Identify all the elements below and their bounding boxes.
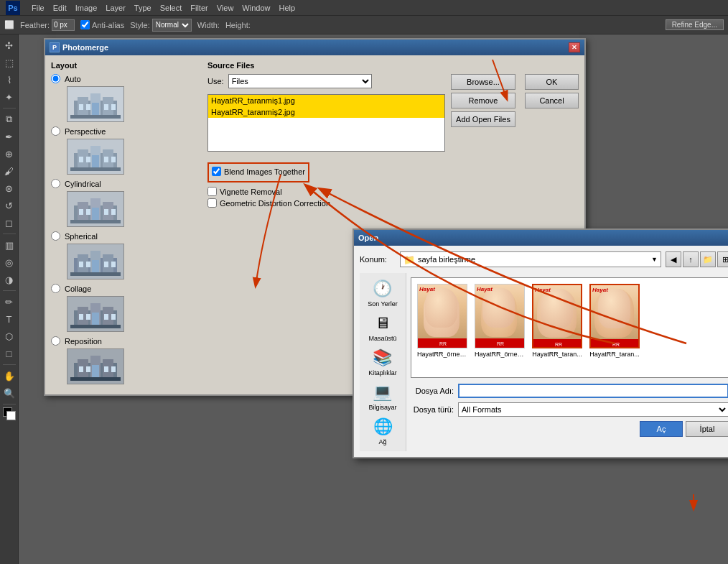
remove-button[interactable]: Remove bbox=[451, 93, 515, 108]
layout-perspective-option[interactable]: Perspective bbox=[51, 126, 202, 136]
location-value: sayfa birleştirme bbox=[418, 255, 475, 264]
open-dialog: Open Konum: 📁 sayfa birleştirme ▼ ◀ ↑ 📁 … bbox=[353, 228, 728, 458]
menu-type[interactable]: Type bbox=[134, 4, 151, 12]
crop-tool[interactable]: ⧉ bbox=[1, 111, 17, 127]
geometric-row[interactable]: Geometric Distortion Correction bbox=[207, 198, 445, 208]
masaustu-icon: 🖥 bbox=[371, 313, 394, 333]
mag-bottom-text-3: RR bbox=[555, 342, 562, 347]
file-thumb-img-2: Hayat RR bbox=[475, 284, 525, 348]
layout-perspective-radio[interactable] bbox=[51, 126, 60, 136]
path-tool[interactable]: ⬡ bbox=[1, 328, 17, 344]
antialias-checkbox[interactable]: Anti-alias bbox=[80, 20, 124, 29]
menu-image[interactable]: Image bbox=[75, 4, 98, 12]
sidebar-kitapliklar[interactable]: 📚 Kitaplıklar bbox=[368, 348, 397, 376]
nav-back-button[interactable]: ◀ bbox=[666, 251, 681, 267]
location-combo[interactable]: 📁 sayfa birleştirme ▼ bbox=[400, 251, 661, 267]
file-thumb-3[interactable]: Hayat RR HayatRR_taran... bbox=[532, 284, 582, 371]
marquee-tool[interactable]: ⬚ bbox=[1, 55, 17, 70]
nav-up-button[interactable]: ↑ bbox=[683, 251, 699, 267]
file-thumb-2[interactable]: Hayat RR HayatRR_örnekB.... bbox=[475, 284, 525, 371]
files-list[interactable]: HayatRR_taranmiş1.jpg HayatRR_taranmiş2.… bbox=[207, 94, 445, 152]
blend-checkbox[interactable] bbox=[212, 167, 221, 176]
use-select[interactable]: Files bbox=[228, 74, 372, 88]
ac-button[interactable]: Aç bbox=[640, 421, 683, 437]
magazine-cover-4: Hayat RR bbox=[591, 285, 640, 348]
move-tool[interactable]: ✣ bbox=[1, 37, 17, 53]
dosya-turu-select[interactable]: All Formats bbox=[458, 402, 728, 417]
color-swatch[interactable] bbox=[3, 407, 16, 420]
spherical-building-svg bbox=[70, 247, 121, 276]
layout-collage-option[interactable]: Collage bbox=[51, 284, 202, 293]
menu-help[interactable]: Help bbox=[279, 4, 295, 12]
shape-tool[interactable]: □ bbox=[1, 346, 17, 361]
layout-reposition-radio[interactable] bbox=[51, 336, 60, 346]
type-tool[interactable]: T bbox=[1, 311, 17, 327]
eraser-tool[interactable]: ◻ bbox=[1, 215, 17, 231]
location-dropdown-icon[interactable]: ▼ bbox=[651, 256, 658, 263]
file-label-4: HayatRR_taran... bbox=[589, 351, 640, 358]
menu-edit[interactable]: Edit bbox=[53, 4, 67, 12]
open-dialog-titlebar: Open bbox=[354, 230, 728, 246]
dodge-tool[interactable]: ◑ bbox=[1, 272, 17, 287]
sidebar-son-yerler[interactable]: 🕐 Son Yerler bbox=[368, 279, 398, 308]
layout-reposition-option[interactable]: Reposition bbox=[51, 336, 202, 346]
layout-collage-radio[interactable] bbox=[51, 284, 60, 293]
brush-tool[interactable]: 🖌 bbox=[1, 163, 17, 179]
history-tool[interactable]: ↺ bbox=[1, 198, 17, 213]
geometric-checkbox[interactable] bbox=[207, 198, 217, 208]
browse-button[interactable]: Browse... bbox=[451, 74, 515, 90]
sidebar-bilgisayar[interactable]: 💻 Bilgisayar bbox=[368, 382, 396, 411]
file-thumb-1[interactable]: Hayat RR HayatRR_örnekA.... bbox=[417, 284, 467, 371]
blur-tool[interactable]: ◎ bbox=[1, 254, 17, 270]
file-item-1[interactable]: HayatRR_taranmiş1.jpg bbox=[208, 95, 444, 106]
menu-file[interactable]: File bbox=[32, 4, 45, 12]
healing-tool[interactable]: ⊕ bbox=[1, 146, 17, 162]
svg-rect-44 bbox=[79, 314, 83, 320]
sidebar-masaustu[interactable]: 🖥 Masaüstü bbox=[368, 313, 396, 342]
lasso-tool[interactable]: ⌇ bbox=[1, 72, 17, 88]
bilgisayar-label: Bilgisayar bbox=[368, 404, 396, 411]
new-folder-button[interactable]: 📁 bbox=[700, 251, 716, 267]
layout-spherical-option[interactable]: Spherical bbox=[51, 231, 202, 241]
zoom-tool[interactable]: 🔍 bbox=[1, 385, 17, 401]
svg-rect-54 bbox=[79, 366, 83, 372]
pen-tool[interactable]: ✏ bbox=[1, 294, 17, 310]
ok-button[interactable]: OK bbox=[525, 74, 579, 90]
magic-wand-tool[interactable]: ✦ bbox=[1, 89, 17, 105]
layout-cylindrical-option[interactable]: Cylindrical bbox=[51, 179, 202, 188]
refine-edge-button[interactable]: Refine Edge... bbox=[666, 19, 724, 30]
menu-window[interactable]: Window bbox=[242, 4, 270, 12]
style-select[interactable]: Normal bbox=[152, 19, 192, 32]
gradient-tool[interactable]: ▥ bbox=[1, 237, 17, 253]
background-color[interactable] bbox=[6, 411, 16, 420]
menu-layer[interactable]: Layer bbox=[106, 4, 126, 12]
ok-cancel-section: OK Cancel bbox=[525, 74, 579, 210]
location-row: Konum: 📁 sayfa birleştirme ▼ ◀ ↑ 📁 ⊞ bbox=[360, 251, 728, 267]
clone-tool[interactable]: ⊛ bbox=[1, 180, 17, 196]
hand-tool[interactable]: ✋ bbox=[1, 368, 17, 384]
blend-row[interactable]: Blend Images Together bbox=[212, 167, 305, 176]
menu-view[interactable]: View bbox=[217, 4, 234, 12]
dosya-adi-input[interactable] bbox=[458, 384, 728, 398]
cancel-button[interactable]: Cancel bbox=[525, 93, 579, 108]
file-thumb-4[interactable]: Hayat RR HayatRR_taran... bbox=[589, 284, 640, 371]
layout-panel: Layout Auto bbox=[51, 61, 202, 389]
photomerge-close-button[interactable]: ✕ bbox=[569, 42, 580, 52]
feather-input[interactable] bbox=[52, 19, 75, 31]
menu-select[interactable]: Select bbox=[160, 4, 182, 12]
add-open-files-button[interactable]: Add Open Files bbox=[451, 111, 515, 127]
vignette-row[interactable]: Vignette Removal bbox=[207, 187, 445, 196]
eyedropper-tool[interactable]: ✒ bbox=[1, 129, 17, 144]
layout-spherical-radio[interactable] bbox=[51, 231, 60, 241]
file-label-1: HayatRR_örnekA.... bbox=[417, 351, 467, 358]
layout-auto-radio[interactable] bbox=[51, 74, 60, 83]
file-item-2[interactable]: HayatRR_taranmiş2.jpg bbox=[208, 106, 444, 118]
view-toggle-button[interactable]: ⊞ bbox=[717, 251, 728, 267]
layout-auto-option[interactable]: Auto bbox=[51, 74, 202, 83]
menu-filter[interactable]: Filter bbox=[190, 4, 207, 12]
face-img-2 bbox=[475, 285, 525, 338]
iptal-button[interactable]: İptal bbox=[686, 421, 728, 437]
sidebar-ag[interactable]: 🌐 Ağ bbox=[371, 417, 394, 445]
vignette-checkbox[interactable] bbox=[207, 187, 217, 196]
layout-cylindrical-radio[interactable] bbox=[51, 179, 60, 188]
